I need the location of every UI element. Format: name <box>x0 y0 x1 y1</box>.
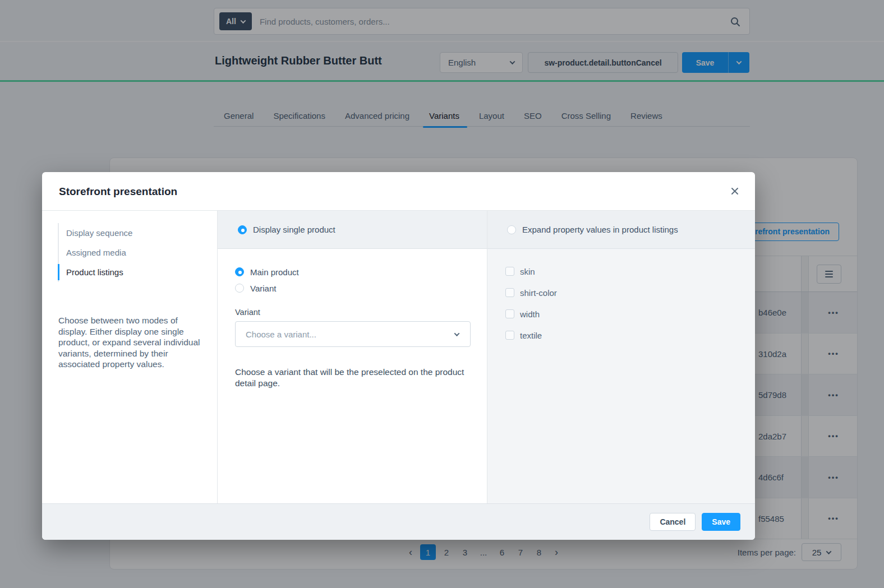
sidebar-item-assigned-media[interactable]: Assigned media <box>59 243 201 262</box>
property-row-width[interactable]: width <box>505 308 755 320</box>
sidebar-item-product-listings[interactable]: Product listings <box>59 262 201 282</box>
modal-body: Display sequence Assigned media Product … <box>42 210 755 503</box>
modal-header: Storefront presentation <box>42 172 755 210</box>
radio-label: Display single product <box>253 225 335 234</box>
variant-select[interactable]: Choose a variant... <box>235 321 471 347</box>
single-product-mode-header: Display single product <box>218 211 487 249</box>
checkbox-width[interactable] <box>505 309 514 318</box>
checkbox-textile[interactable] <box>505 331 514 340</box>
modal-title: Storefront presentation <box>59 186 177 198</box>
checkbox-label: width <box>520 309 540 319</box>
property-row-textile[interactable]: textile <box>505 330 755 341</box>
modal-nav: Display sequence Assigned media Product … <box>58 223 201 282</box>
radio-row-main-product[interactable]: Main product <box>235 266 487 277</box>
modal-save-button[interactable]: Save <box>702 513 740 531</box>
checkbox-label: shirt-color <box>520 288 557 298</box>
mode-description: Choose between two modes of display. Eit… <box>58 315 206 370</box>
modal-cancel-button[interactable]: Cancel <box>650 513 696 531</box>
expand-properties-panel: Expand property values in product listin… <box>487 211 755 503</box>
variant-select-placeholder: Choose a variant... <box>246 330 316 339</box>
single-product-panel: Display single product Main product Vari… <box>217 211 487 503</box>
property-row-shirt-color[interactable]: shirt-color <box>505 287 755 298</box>
modal-footer: Cancel Save <box>42 503 755 540</box>
storefront-presentation-modal: Storefront presentation Display sequence… <box>42 172 755 540</box>
chevron-down-icon <box>454 331 460 336</box>
radio-label: Expand property values in product listin… <box>522 225 678 234</box>
checkbox-label: textile <box>520 331 542 340</box>
checkbox-label: skin <box>520 267 535 276</box>
radio-variant[interactable] <box>235 284 244 293</box>
radio-label: Main product <box>250 267 299 277</box>
radio-label: Variant <box>250 284 276 293</box>
single-product-options: Main product Variant Variant Choose a va… <box>218 249 487 388</box>
checkbox-skin[interactable] <box>505 267 514 276</box>
modal-sidebar: Display sequence Assigned media Product … <box>42 211 217 503</box>
variant-field-label: Variant <box>235 308 487 317</box>
checkbox-shirt-color[interactable] <box>505 288 514 297</box>
radio-expand-property-values[interactable] <box>507 225 516 234</box>
radio-main-product[interactable] <box>235 267 244 276</box>
close-icon[interactable] <box>730 187 739 196</box>
expand-mode-header: Expand property values in product listin… <box>487 211 755 249</box>
radio-row-variant[interactable]: Variant <box>235 283 487 294</box>
radio-display-single-product[interactable] <box>238 225 247 234</box>
variant-helper-text: Choose a variant that will be the presel… <box>235 367 466 388</box>
property-row-skin[interactable]: skin <box>505 266 755 277</box>
sidebar-item-display-sequence[interactable]: Display sequence <box>59 223 201 243</box>
property-checkbox-list: skin shirt-color width textile <box>487 249 755 341</box>
